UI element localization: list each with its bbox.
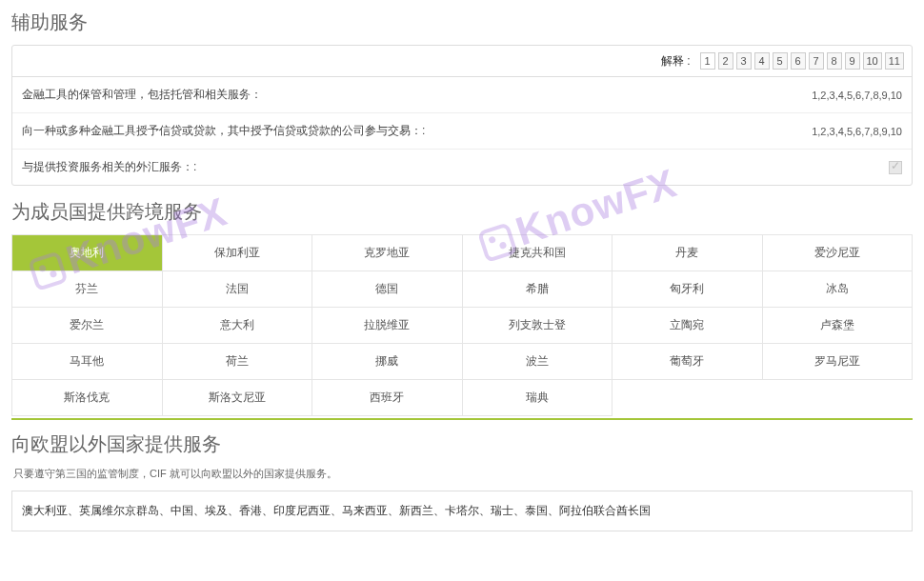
pager-label: 解释 : — [661, 53, 691, 70]
checkbox-icon — [889, 161, 902, 174]
country-cell[interactable]: 卢森堡 — [762, 308, 913, 344]
country-cell[interactable]: 立陶宛 — [613, 308, 763, 344]
country-cell[interactable]: 爱尔兰 — [12, 308, 163, 344]
country-cell[interactable]: 荷兰 — [162, 344, 312, 380]
aux-services-panel: 解释 : 1234567891011 金融工具的保管和管理，包括托管和相关服务：… — [11, 45, 913, 186]
aux-row-label: 与提供投资服务相关的外汇服务：: — [22, 159, 196, 175]
aux-row-value: 1,2,3,4,5,6,7,8,9,10 — [812, 126, 902, 137]
page-1[interactable]: 1 — [700, 52, 715, 70]
country-cell[interactable]: 马耳他 — [12, 344, 163, 380]
country-cell[interactable]: 克罗地亚 — [312, 235, 463, 271]
empty-cell — [613, 380, 763, 416]
outside-eu-title: 向欧盟以外国家提供服务 — [11, 431, 913, 457]
aux-pager: 解释 : 1234567891011 — [12, 46, 912, 77]
aux-row-label: 向一种或多种金融工具授予信贷或贷款，其中授予信贷或贷款的公司参与交易：: — [22, 123, 425, 139]
country-cell[interactable]: 挪威 — [312, 344, 463, 380]
page-2[interactable]: 2 — [718, 52, 733, 70]
cross-border-title: 为成员国提供跨境服务 — [11, 199, 913, 225]
country-cell[interactable]: 斯洛文尼亚 — [162, 380, 312, 416]
aux-row-value: 1,2,3,4,5,6,7,8,9,10 — [812, 90, 902, 101]
country-cell[interactable]: 德国 — [312, 271, 463, 308]
country-cell[interactable]: 罗马尼亚 — [762, 344, 913, 380]
country-cell[interactable]: 波兰 — [462, 344, 613, 380]
country-cell[interactable]: 匈牙利 — [613, 271, 763, 308]
green-divider — [11, 418, 913, 420]
outside-eu-countries: 澳大利亚、英属维尔京群岛、中国、埃及、香港、印度尼西亚、马来西亚、新西兰、卡塔尔… — [11, 491, 913, 531]
empty-cell — [762, 380, 913, 416]
country-cell[interactable]: 保加利亚 — [162, 235, 312, 271]
aux-services-title: 辅助服务 — [11, 10, 913, 35]
page-3[interactable]: 3 — [736, 52, 752, 70]
country-cell[interactable]: 意大利 — [162, 308, 312, 344]
pager-numbers: 1234567891011 — [700, 52, 905, 70]
countries-grid: 奥地利保加利亚克罗地亚捷克共和国丹麦爱沙尼亚芬兰法国德国希腊匈牙利冰岛爱尔兰意大… — [11, 234, 913, 416]
country-cell[interactable]: 捷克共和国 — [462, 235, 613, 271]
page-6[interactable]: 6 — [791, 52, 806, 70]
outside-eu-desc: 只要遵守第三国的监管制度，CIF 就可以向欧盟以外的国家提供服务。 — [13, 467, 913, 481]
page-5[interactable]: 5 — [773, 52, 788, 70]
page-7[interactable]: 7 — [809, 52, 824, 70]
aux-row-label: 金融工具的保管和管理，包括托管和相关服务： — [22, 87, 262, 103]
country-cell[interactable]: 爱沙尼亚 — [762, 235, 913, 271]
country-cell[interactable]: 西班牙 — [312, 380, 463, 416]
country-cell[interactable]: 冰岛 — [762, 271, 913, 308]
page-10[interactable]: 10 — [863, 52, 882, 70]
country-cell[interactable]: 列支敦士登 — [462, 308, 613, 344]
page-9[interactable]: 9 — [845, 52, 860, 70]
country-cell[interactable]: 丹麦 — [613, 235, 763, 271]
country-cell[interactable]: 拉脱维亚 — [312, 308, 463, 344]
country-cell[interactable]: 希腊 — [462, 271, 613, 308]
country-cell[interactable]: 葡萄牙 — [613, 344, 763, 380]
country-cell[interactable]: 瑞典 — [462, 380, 613, 416]
country-cell[interactable]: 斯洛伐克 — [12, 380, 163, 416]
country-cell[interactable]: 奥地利 — [12, 235, 163, 271]
country-cell[interactable]: 芬兰 — [12, 271, 163, 308]
page-11[interactable]: 11 — [885, 52, 904, 70]
page-4[interactable]: 4 — [754, 52, 770, 70]
aux-row: 向一种或多种金融工具授予信贷或贷款，其中授予信贷或贷款的公司参与交易：:1,2,… — [12, 113, 912, 150]
aux-row: 金融工具的保管和管理，包括托管和相关服务：1,2,3,4,5,6,7,8,9,1… — [12, 77, 912, 113]
aux-row: 与提供投资服务相关的外汇服务：: — [12, 150, 912, 185]
country-cell[interactable]: 法国 — [162, 271, 312, 308]
page-8[interactable]: 8 — [827, 52, 842, 70]
